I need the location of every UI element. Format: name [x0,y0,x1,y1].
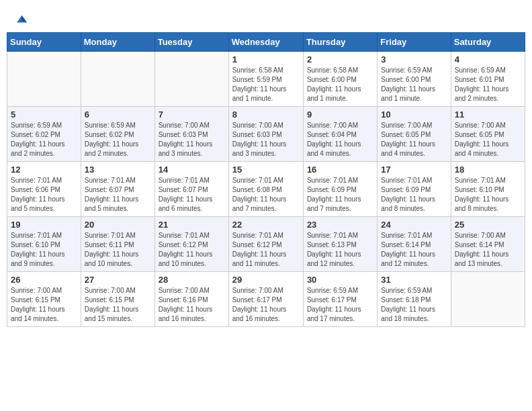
calendar-cell: 7Sunrise: 7:00 AM Sunset: 6:03 PM Daylig… [154,107,228,162]
calendar-cell: 31Sunrise: 6:59 AM Sunset: 6:18 PM Dayli… [378,272,451,327]
calendar-cell: 9Sunrise: 7:00 AM Sunset: 6:04 PM Daylig… [303,107,377,162]
day-info: Sunrise: 7:01 AM Sunset: 6:12 PM Dayligh… [159,231,225,269]
week-row-2: 5Sunrise: 6:59 AM Sunset: 6:02 PM Daylig… [7,107,525,162]
calendar-cell: 23Sunrise: 7:01 AM Sunset: 6:13 PM Dayli… [303,217,377,272]
day-info: Sunrise: 7:00 AM Sunset: 6:05 PM Dayligh… [381,121,447,158]
calendar-cell: 24Sunrise: 7:01 AM Sunset: 6:14 PM Dayli… [378,217,451,272]
day-info: Sunrise: 6:59 AM Sunset: 6:18 PM Dayligh… [381,286,447,324]
page-header [7,7,525,29]
calendar-cell: 1Sunrise: 6:58 AM Sunset: 5:59 PM Daylig… [228,52,303,107]
day-number: 3 [381,54,447,64]
day-number: 30 [307,275,373,285]
day-info: Sunrise: 6:59 AM Sunset: 6:02 PM Dayligh… [85,121,151,158]
day-number: 21 [159,220,225,230]
day-info: Sunrise: 6:59 AM Sunset: 6:02 PM Dayligh… [11,121,77,158]
week-row-1: 1Sunrise: 6:58 AM Sunset: 5:59 PM Daylig… [7,52,525,107]
day-number: 10 [381,109,447,120]
weekday-header-monday: Monday [81,33,154,52]
calendar-cell: 27Sunrise: 7:00 AM Sunset: 6:15 PM Dayli… [81,272,154,327]
logo-icon [15,13,27,26]
day-number: 12 [11,165,77,175]
day-info: Sunrise: 7:00 AM Sunset: 6:15 PM Dayligh… [11,286,77,324]
calendar-cell: 29Sunrise: 7:00 AM Sunset: 6:17 PM Dayli… [228,272,303,327]
weekday-header-saturday: Saturday [451,33,525,52]
day-info: Sunrise: 7:01 AM Sunset: 6:09 PM Dayligh… [381,176,447,214]
day-info: Sunrise: 7:01 AM Sunset: 6:10 PM Dayligh… [455,176,521,214]
day-number: 23 [307,220,373,230]
day-info: Sunrise: 7:00 AM Sunset: 6:04 PM Dayligh… [307,121,373,158]
weekday-header-tuesday: Tuesday [154,33,228,52]
calendar-cell: 4Sunrise: 6:59 AM Sunset: 6:01 PM Daylig… [451,52,525,107]
day-info: Sunrise: 7:00 AM Sunset: 6:16 PM Dayligh… [159,286,225,324]
logo [13,13,27,26]
day-info: Sunrise: 7:01 AM Sunset: 6:08 PM Dayligh… [232,176,300,214]
calendar-cell: 26Sunrise: 7:00 AM Sunset: 6:15 PM Dayli… [7,272,81,327]
day-number: 1 [232,54,300,64]
weekday-header-sunday: Sunday [7,33,81,52]
day-number: 2 [307,54,373,64]
calendar-cell: 10Sunrise: 7:00 AM Sunset: 6:05 PM Dayli… [378,107,451,162]
weekday-header-thursday: Thursday [303,33,377,52]
day-info: Sunrise: 7:01 AM Sunset: 6:11 PM Dayligh… [85,231,151,269]
calendar-cell: 19Sunrise: 7:01 AM Sunset: 6:10 PM Dayli… [7,217,81,272]
day-number: 7 [159,109,225,120]
calendar-cell: 3Sunrise: 6:59 AM Sunset: 6:00 PM Daylig… [378,52,451,107]
calendar-cell: 2Sunrise: 6:58 AM Sunset: 6:00 PM Daylig… [303,52,377,107]
day-number: 20 [85,220,151,230]
weekday-header-row: SundayMondayTuesdayWednesdayThursdayFrid… [7,33,525,52]
day-number: 26 [11,275,77,285]
calendar-cell [154,52,228,107]
day-info: Sunrise: 7:01 AM Sunset: 6:14 PM Dayligh… [381,231,447,269]
calendar-cell: 20Sunrise: 7:01 AM Sunset: 6:11 PM Dayli… [81,217,154,272]
calendar-cell: 12Sunrise: 7:01 AM Sunset: 6:06 PM Dayli… [7,162,81,217]
day-info: Sunrise: 7:01 AM Sunset: 6:06 PM Dayligh… [11,176,77,214]
day-number: 8 [232,109,300,120]
day-info: Sunrise: 6:59 AM Sunset: 6:01 PM Dayligh… [455,66,521,103]
calendar-cell: 17Sunrise: 7:01 AM Sunset: 6:09 PM Dayli… [378,162,451,217]
day-number: 6 [85,109,151,120]
calendar-cell: 13Sunrise: 7:01 AM Sunset: 6:07 PM Dayli… [81,162,154,217]
day-info: Sunrise: 6:59 AM Sunset: 6:17 PM Dayligh… [307,286,373,324]
calendar-cell: 21Sunrise: 7:01 AM Sunset: 6:12 PM Dayli… [154,217,228,272]
calendar-cell: 16Sunrise: 7:01 AM Sunset: 6:09 PM Dayli… [303,162,377,217]
calendar-cell: 22Sunrise: 7:01 AM Sunset: 6:12 PM Dayli… [228,217,303,272]
day-info: Sunrise: 7:01 AM Sunset: 6:07 PM Dayligh… [159,176,225,214]
week-row-5: 26Sunrise: 7:00 AM Sunset: 6:15 PM Dayli… [7,272,525,327]
calendar-cell [81,52,154,107]
day-info: Sunrise: 6:58 AM Sunset: 5:59 PM Dayligh… [232,66,300,103]
day-number: 14 [159,165,225,175]
day-info: Sunrise: 7:01 AM Sunset: 6:10 PM Dayligh… [11,231,77,269]
calendar-cell: 14Sunrise: 7:01 AM Sunset: 6:07 PM Dayli… [154,162,228,217]
day-number: 18 [455,165,521,175]
weekday-header-friday: Friday [378,33,451,52]
day-number: 5 [11,109,77,120]
week-row-4: 19Sunrise: 7:01 AM Sunset: 6:10 PM Dayli… [7,217,525,272]
calendar-cell: 30Sunrise: 6:59 AM Sunset: 6:17 PM Dayli… [303,272,377,327]
calendar-cell: 15Sunrise: 7:01 AM Sunset: 6:08 PM Dayli… [228,162,303,217]
day-number: 16 [307,165,373,175]
day-number: 15 [232,165,300,175]
day-number: 24 [381,220,447,230]
day-number: 22 [232,220,300,230]
weekday-header-wednesday: Wednesday [228,33,303,52]
calendar-cell: 25Sunrise: 7:00 AM Sunset: 6:14 PM Dayli… [451,217,525,272]
calendar-cell: 5Sunrise: 6:59 AM Sunset: 6:02 PM Daylig… [7,107,81,162]
calendar-cell [451,272,525,327]
day-number: 13 [85,165,151,175]
calendar-cell: 6Sunrise: 6:59 AM Sunset: 6:02 PM Daylig… [81,107,154,162]
day-number: 11 [455,109,521,120]
calendar-cell [7,52,81,107]
day-info: Sunrise: 6:58 AM Sunset: 6:00 PM Dayligh… [307,66,373,103]
day-info: Sunrise: 7:01 AM Sunset: 6:12 PM Dayligh… [232,231,300,269]
day-number: 19 [11,220,77,230]
day-info: Sunrise: 7:01 AM Sunset: 6:13 PM Dayligh… [307,231,373,269]
day-number: 17 [381,165,447,175]
day-number: 31 [381,275,447,285]
week-row-3: 12Sunrise: 7:01 AM Sunset: 6:06 PM Dayli… [7,162,525,217]
calendar-cell: 28Sunrise: 7:00 AM Sunset: 6:16 PM Dayli… [154,272,228,327]
day-info: Sunrise: 7:00 AM Sunset: 6:17 PM Dayligh… [232,286,300,324]
day-info: Sunrise: 7:01 AM Sunset: 6:07 PM Dayligh… [85,176,151,214]
calendar-table: SundayMondayTuesdayWednesdayThursdayFrid… [7,32,525,327]
day-number: 9 [307,109,373,120]
day-info: Sunrise: 6:59 AM Sunset: 6:00 PM Dayligh… [381,66,447,103]
